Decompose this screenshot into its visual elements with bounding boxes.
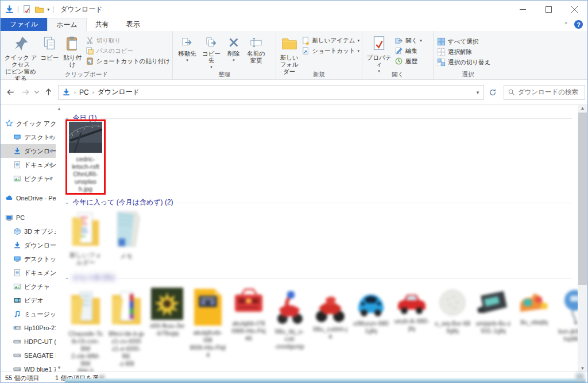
tab-view[interactable]: 表示 xyxy=(118,18,149,31)
back-icon[interactable] xyxy=(3,85,18,100)
sidebar-item--[interactable]: ビデオ xyxy=(1,293,56,307)
sidebar-item--[interactable]: ドキュメント xyxy=(1,266,56,280)
sidebar-item--[interactable]: デスクトップ xyxy=(1,130,56,144)
tab-file[interactable]: ファイル xyxy=(1,18,47,31)
qat-new-folder-icon[interactable] xyxy=(34,5,44,14)
select-none-button[interactable]: 選択解除 xyxy=(437,48,490,56)
pin-to-quick-access-button[interactable]: クイック アクセス にピン留めする xyxy=(3,33,38,72)
search-input[interactable]: ダウンロードの検索 xyxy=(504,85,585,100)
scroll-down-icon[interactable]: ▼ xyxy=(578,366,587,371)
sidebar-item-label: Hp10Pro-21h1-j xyxy=(24,324,56,331)
sidebar-item-hdpc-ut-f-[interactable]: HDPC-UT (F:) xyxy=(1,335,56,349)
file-tile[interactable]: Chauode-Tsib-Oi-con-BM2-cte-MM-BMBM-3 xyxy=(67,288,104,375)
sidebar-item-hp10pro-21h1-j[interactable]: Hp10Pro-21h1-j xyxy=(1,321,56,335)
minimize-button[interactable] xyxy=(510,1,536,18)
address-bar[interactable]: › PC › ダウンロード ▾ xyxy=(58,85,484,100)
sidebar-item--[interactable]: クイック アクセス xyxy=(1,117,56,130)
close-button[interactable] xyxy=(562,1,587,18)
file-tile[interactable]: akulgbb-t78t988-His-Fkj46 xyxy=(230,288,267,342)
sidebar-item--[interactable]: デスクトップ xyxy=(1,252,56,266)
file-tile[interactable]: 98u_cvbhh-j4 xyxy=(312,288,349,341)
sidebar-item-label: 3D オブジェクト xyxy=(24,227,56,236)
sidebar-item--[interactable]: ダウンロード xyxy=(1,144,56,158)
downloads-folder-icon xyxy=(62,88,71,96)
file-tile[interactable]: umjqnb-8u-z931-1gfq xyxy=(475,288,512,335)
scroll-up-icon[interactable]: ▲ xyxy=(56,106,63,111)
file-tile[interactable]: u98uryn-9801gfq xyxy=(353,288,389,335)
sidebar-item--[interactable]: ミュージック xyxy=(1,307,56,321)
delete-button[interactable]: 削除 ▾ xyxy=(223,33,244,64)
collapse-chevron-icon[interactable]: ⌄ xyxy=(65,274,69,280)
maximize-button[interactable] xyxy=(536,1,562,18)
up-icon[interactable] xyxy=(41,85,56,100)
cut-button[interactable]: 切り取り xyxy=(86,36,170,45)
file-tile[interactable]: 新しいフォルダー xyxy=(67,208,104,266)
file-name: u_wq-8ur-689gfq xyxy=(435,320,470,335)
open-button[interactable]: 開く ▾ xyxy=(394,36,422,45)
breadcrumb-downloads[interactable]: ダウンロード xyxy=(95,87,142,97)
sidebar-item--[interactable]: ドキュメント xyxy=(1,158,56,172)
breadcrumb-pc[interactable]: PC xyxy=(77,88,91,96)
group-header[interactable]: ⌄今年に入って (今月は含めず) (2) xyxy=(65,198,572,207)
sidebar-item--[interactable]: ピクチャ xyxy=(1,172,56,185)
scroll-up-icon[interactable]: ▲ xyxy=(578,106,587,111)
file-tile[interactable]: ueyb-ik-980-jfq xyxy=(393,288,430,332)
group-header[interactable]: ⌄今日 (1) xyxy=(65,113,572,122)
separator: | xyxy=(52,5,54,13)
file-tile[interactable]: 8u_vbiqfq xyxy=(516,288,552,326)
qat-customize-chevron-icon[interactable]: ▾ xyxy=(47,7,49,12)
history-button[interactable]: 履歴 xyxy=(394,57,422,65)
tab-home[interactable]: ホーム xyxy=(47,18,87,31)
group-header[interactable]: ⌄かなり前 (51) xyxy=(65,273,572,282)
copy-to-button[interactable]: コピー先 ▾ xyxy=(199,33,223,71)
forward-icon[interactable] xyxy=(18,85,33,100)
sidebar-item--[interactable]: ピクチャ xyxy=(1,280,56,293)
recent-locations-chevron-icon[interactable] xyxy=(33,85,41,100)
rename-button[interactable]: 名前の 変更 xyxy=(244,33,268,64)
address-dropdown-chevron-icon[interactable]: ▾ xyxy=(472,90,483,95)
new-folder-button[interactable]: 新しい フォルダー xyxy=(278,33,300,72)
file-tile[interactable]: Bfeci-bk-b-jpz1-cv-t000z1-e-t000-BE-z-BB xyxy=(108,288,145,367)
collapse-chevron-icon[interactable]: ⌄ xyxy=(65,199,69,205)
sidebar-item-pc[interactable]: PC xyxy=(1,211,56,225)
sidebar-item--[interactable]: ダウンロード xyxy=(1,238,56,252)
tab-share[interactable]: 共有 xyxy=(87,18,118,31)
paste-button[interactable]: 貼り付け xyxy=(60,33,84,72)
properties-button[interactable]: プロパティ ▾ xyxy=(365,33,393,72)
file-tile[interactable]: s66-fkuu-3w-b78ugq xyxy=(149,288,185,337)
blurred-blob xyxy=(576,373,584,380)
file-name: メモ xyxy=(120,253,133,260)
shortcut-button[interactable]: ショートカット ▾ xyxy=(301,47,360,55)
sidebar-item-wd-blue1-750gb[interactable]: WD blue1 750gb xyxy=(1,362,56,372)
vertical-scrollbar[interactable]: ▲ ▼ xyxy=(578,105,587,372)
new-item-button[interactable]: 新しいアイテム ▾ xyxy=(301,36,360,45)
sidebar-item-3d-[interactable]: 3D オブジェクト xyxy=(1,225,56,238)
help-icon[interactable]: ? xyxy=(574,20,583,29)
minimize-ribbon-chevron-icon[interactable]: ⌃ xyxy=(564,21,568,28)
invert-selection-button[interactable]: 選択の切り替え xyxy=(437,58,490,67)
select-all-button[interactable]: すべて選択 xyxy=(437,37,490,46)
qat-properties-icon[interactable] xyxy=(22,5,32,14)
paste-shortcut-button[interactable]: ショートカットの貼り付け xyxy=(86,57,170,65)
sidebar-item-seagate-black-1[interactable]: SEAGATE Black 1 xyxy=(1,349,56,362)
copy-path-button[interactable]: パスのコピー xyxy=(86,47,170,55)
cloud-icon xyxy=(5,194,13,202)
search-placeholder: ダウンロードの検索 xyxy=(518,88,578,96)
dropdown-caret-icon: ▾ xyxy=(420,38,422,43)
file-tile[interactable]: cedric-letsch-rsftOhnURl-unsplash.jpg xyxy=(67,121,104,193)
refresh-icon[interactable] xyxy=(485,85,500,100)
scrollbar-thumb[interactable] xyxy=(578,113,587,285)
collapse-chevron-icon[interactable]: ⌄ xyxy=(65,115,69,121)
navigation-pane-scrollbar[interactable]: ▲ ▼ xyxy=(56,105,64,372)
open-icon xyxy=(394,36,403,45)
delete-icon xyxy=(227,36,240,49)
file-tile[interactable]: akulgfceb-t98869t-His-Fkjt4 xyxy=(189,288,226,359)
copy-button[interactable]: コピー xyxy=(38,33,60,72)
edit-button[interactable]: 編集 xyxy=(394,47,422,55)
file-tile[interactable]: メモ xyxy=(108,208,145,260)
scroll-down-icon[interactable]: ▼ xyxy=(56,365,63,370)
sidebar-item-onedrive-person[interactable]: OneDrive - Person xyxy=(1,191,56,205)
move-to-button[interactable]: 移動先 ▾ xyxy=(175,33,199,64)
file-tile[interactable]: u_wq-8ur-689gfq xyxy=(434,288,471,335)
file-tile[interactable]: 98u_ikj_u-cvb-zxsdgunjy xyxy=(271,288,308,350)
